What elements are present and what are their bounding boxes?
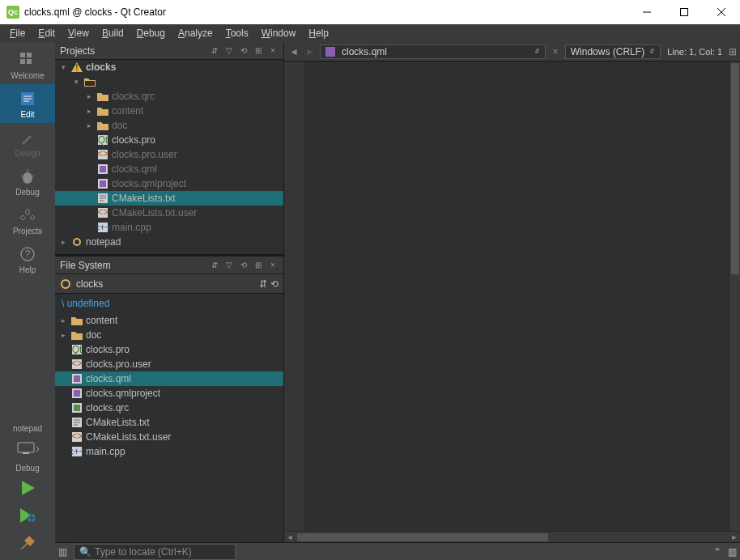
filesystem-tree[interactable]: ▸content▸docQtclocks.pro<>clocks.pro.use…	[55, 313, 283, 542]
svg-text:<>: <>	[97, 207, 108, 218]
build-button[interactable]	[0, 529, 55, 557]
maximize-button[interactable]	[666, 0, 703, 24]
menu-build[interactable]: Build	[96, 26, 130, 40]
menu-help[interactable]: Help	[302, 26, 335, 40]
svg-text:Qt: Qt	[72, 344, 83, 355]
tree-item[interactable]: ▾	[55, 74, 283, 89]
close-button[interactable]	[703, 0, 740, 24]
menu-window[interactable]: Window	[255, 26, 303, 40]
folder-icon	[96, 105, 109, 117]
close-file-icon[interactable]: ×	[549, 46, 562, 57]
menu-file[interactable]: File	[3, 26, 32, 40]
tree-item[interactable]: CMakeLists.txt	[55, 191, 283, 206]
svg-rect-4	[20, 53, 25, 57]
svg-text:c++: c++	[71, 446, 83, 457]
mode-help[interactable]: ?Help	[0, 240, 55, 278]
file-selector[interactable]: clocks.qml ⇵	[320, 45, 546, 59]
expand-icon[interactable]: ▾	[58, 63, 68, 71]
mode-edit[interactable]: Edit	[0, 84, 55, 123]
expand-icon[interactable]: ▾	[71, 78, 81, 86]
code-editor[interactable]	[305, 62, 729, 531]
window-title: clocks.qml @ clocks - Qt Creator	[24, 6, 628, 18]
svg-point-12	[23, 172, 32, 184]
sync-icon[interactable]: ⟲	[238, 260, 249, 271]
run-target-selector[interactable]	[0, 435, 55, 462]
expand-icon[interactable]: ▸	[58, 331, 68, 339]
tree-item[interactable]: c++main.cpp	[55, 220, 283, 235]
expand-icon[interactable]: ▸	[84, 121, 94, 129]
nav-forward-icon[interactable]: ►	[304, 46, 317, 57]
tree-item[interactable]: ▸notepad	[55, 235, 283, 249]
split-icon[interactable]: ⊞	[253, 260, 264, 271]
svg-rect-62	[325, 47, 335, 57]
project-tree[interactable]: ▾!clocks▾▸clocks.qrc▸content▸docQtclocks…	[55, 60, 283, 254]
menu-edit[interactable]: Edit	[32, 26, 62, 40]
horizontal-scrollbar[interactable]: ◄►	[284, 531, 740, 542]
nav-back-icon[interactable]: ◄	[287, 46, 300, 57]
mode-debug[interactable]: Debug	[0, 162, 55, 201]
encoding-selector[interactable]: Windows (CRLF)⇵	[565, 45, 661, 59]
link-icon[interactable]: ⟲	[270, 278, 279, 290]
run-button[interactable]	[0, 474, 55, 502]
locator-input[interactable]: 🔍 Type to locate (Ctrl+K)	[74, 544, 236, 560]
output-toggle-icon[interactable]: ▥	[728, 546, 737, 558]
run-target-label: notepad	[0, 422, 55, 435]
tree-item[interactable]: clocks.qml	[55, 162, 283, 176]
close-panel-icon[interactable]: ×	[267, 260, 279, 271]
tree-item[interactable]: ▸doc	[55, 118, 283, 133]
vertical-scrollbar[interactable]	[729, 62, 740, 531]
tree-item[interactable]: ▸content	[55, 104, 283, 118]
sort-icon[interactable]: ⇵	[209, 260, 220, 271]
mode-welcome[interactable]: Welcome	[0, 45, 55, 84]
tree-item[interactable]: <>clocks.pro.user	[55, 357, 283, 371]
run-debug-button[interactable]	[0, 502, 55, 529]
tree-item[interactable]: clocks.qmlproject	[55, 386, 283, 401]
sort-icon[interactable]: ⇵	[209, 45, 220, 57]
tree-item[interactable]: <>CMakeLists.txt.user	[55, 206, 283, 220]
filter-icon[interactable]: ▽	[223, 45, 235, 57]
tree-item[interactable]: <>CMakeLists.txt.user	[55, 430, 283, 444]
menu-tools[interactable]: Tools	[219, 26, 255, 40]
line-number-gutter[interactable]	[284, 62, 305, 531]
menu-debug[interactable]: Debug	[130, 26, 172, 40]
breadcrumb[interactable]: \ undefined	[55, 294, 283, 313]
status-bar: ▥ 🔍 Type to locate (Ctrl+K) ⌃ ▥	[55, 542, 740, 560]
tree-item[interactable]: clocks.qml	[55, 371, 283, 386]
tree-item[interactable]: Qtclocks.pro	[55, 133, 283, 147]
menu-analyze[interactable]: Analyze	[172, 26, 219, 40]
run-config-label: Debug	[0, 462, 55, 474]
expand-icon[interactable]: ▸	[58, 238, 68, 246]
cursor-position[interactable]: Line: 1, Col: 1	[664, 47, 725, 57]
mode-projects[interactable]: Projects	[0, 201, 55, 240]
menu-view[interactable]: View	[62, 26, 96, 40]
tree-item[interactable]: c++main.cpp	[55, 444, 283, 459]
filesystem-root-selector[interactable]: clocks ⇵ ⟲	[55, 274, 283, 294]
tree-item[interactable]: ▾!clocks	[55, 60, 283, 74]
close-panel-icon[interactable]: ×	[267, 45, 279, 57]
expand-icon[interactable]: ▸	[84, 107, 94, 115]
filter-icon[interactable]: ▽	[223, 260, 235, 271]
chevron-up-icon[interactable]: ⌃	[713, 546, 721, 558]
sync-icon[interactable]: ⟲	[238, 45, 249, 57]
svg-text:Qt: Qt	[98, 134, 108, 146]
tree-item[interactable]: ▸content	[55, 313, 283, 328]
expand-icon[interactable]: ▸	[58, 316, 68, 325]
help-icon: ?	[18, 244, 37, 264]
tree-item[interactable]: clocks.qrc	[55, 401, 283, 415]
svg-text:c++: c++	[97, 222, 108, 233]
tree-item[interactable]: ▸doc	[55, 328, 283, 342]
tree-item[interactable]: <>clocks.pro.user	[55, 147, 283, 162]
split-icon[interactable]: ⊞	[253, 45, 264, 57]
welcome-icon	[18, 50, 37, 70]
expand-icon[interactable]: ▸	[84, 92, 94, 100]
tree-item[interactable]: CMakeLists.txt	[55, 415, 283, 430]
svg-rect-19	[23, 452, 29, 454]
minimize-button[interactable]	[628, 0, 666, 24]
caret-icon: ⇵	[259, 278, 267, 290]
tree-item[interactable]: Qtclocks.pro	[55, 342, 283, 357]
sidebar-toggle-icon[interactable]: ▥	[58, 546, 67, 558]
split-editor-icon[interactable]: ⊞	[729, 46, 737, 57]
mode-design[interactable]: Design	[0, 123, 55, 162]
tree-item[interactable]: clocks.qmlproject	[55, 176, 283, 191]
tree-item[interactable]: ▸clocks.qrc	[55, 89, 283, 104]
